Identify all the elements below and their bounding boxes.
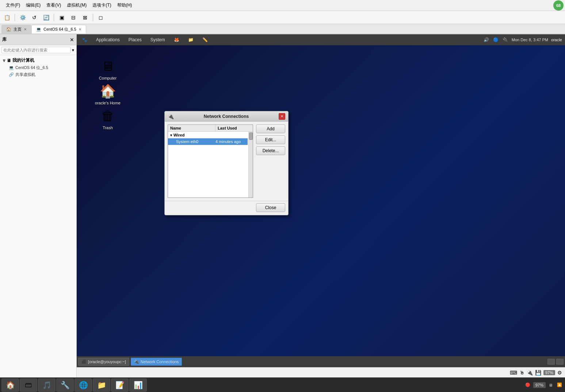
menu-vm[interactable]: 虚拟机(M): [64, 1, 89, 9]
taskbar-terminal[interactable]: ⬛ [oracle@youyoupc:~]: [78, 358, 129, 366]
gnome-applet[interactable]: 🐾: [80, 36, 89, 43]
sys-zoom-percent: 97%: [533, 382, 546, 388]
gnome-volume-icon[interactable]: 🔊: [483, 36, 490, 43]
conn-row-eth0[interactable]: System eth0 4 minutes ago: [168, 138, 248, 145]
toolbar-sep1: [15, 14, 15, 21]
tree-item-centos[interactable]: 💻 CentOS 64 位_6.5: [0, 64, 76, 71]
gnome-network-icon[interactable]: 🔌: [502, 36, 509, 43]
tree-shared-icon: 🔗: [9, 72, 14, 77]
toolbar-new[interactable]: 📋: [1, 12, 12, 23]
gnome-firefox-icon[interactable]: 🦊: [172, 36, 182, 43]
toolbar-refresh[interactable]: 🔄: [41, 12, 51, 23]
toolbar-btn4[interactable]: ◻: [95, 12, 106, 23]
status-keyboard-icon[interactable]: ⌨: [510, 370, 517, 376]
sidebar-close-btn[interactable]: ✕: [70, 37, 74, 43]
tab-centos-close[interactable]: ✕: [79, 27, 81, 31]
menu-help[interactable]: 帮助(H): [114, 1, 135, 9]
vm-area: 🐾 Applications Places System 🦊 📁 ✏️ 🔊 🔵 …: [77, 34, 565, 367]
menu-file[interactable]: 文件(F): [3, 1, 23, 9]
conn-list-scrollbar[interactable]: [248, 132, 253, 197]
dialog-close-x[interactable]: ✕: [279, 113, 285, 120]
status-settings-icon[interactable]: ⚙: [557, 370, 562, 376]
gnome-user: oracle: [551, 38, 562, 42]
menu-edit[interactable]: 编辑(E): [23, 1, 43, 9]
sys-btn-3[interactable]: 🎵: [38, 378, 56, 392]
sys-btn-8[interactable]: 📊: [129, 378, 147, 392]
sys-taskbar: 🏠 🗃 🎵 🔧 🌐 📁 📝 📊 🔴 97% 🖥 🔼: [0, 377, 565, 392]
scrollbar-thumb[interactable]: [249, 132, 253, 140]
desktop-icon-computer[interactable]: 🖥 Computer: [93, 56, 122, 82]
edit-button[interactable]: Edit...: [256, 135, 285, 144]
toolbar-settings[interactable]: ⚙️: [17, 12, 28, 23]
netconn-icon: 🔌: [134, 360, 139, 364]
terminal-label: [oracle@youyoupc:~]: [88, 360, 126, 364]
sys-tray-icon1[interactable]: 🔴: [524, 383, 532, 387]
dialog-title-icon: 🔌: [168, 114, 174, 119]
vbox-badge: 68: [553, 0, 564, 11]
taskbar-workspace2[interactable]: [556, 359, 564, 365]
toolbar-btn2[interactable]: ⊟: [68, 12, 79, 23]
conn-list-area: Name Last Used ▾ Wired: [168, 124, 253, 198]
vbox-toolbar: 📋 ⚙️ ↺ 🔄 ▣ ⊟ ⊠ ◻: [0, 11, 565, 24]
sys-btn-4[interactable]: 🔧: [56, 378, 74, 392]
menu-tab[interactable]: 选项卡(T): [89, 1, 114, 9]
dialog-footer: Close: [165, 201, 288, 215]
sys-tray-icon2[interactable]: 🖥: [547, 383, 554, 387]
status-disk-icon[interactable]: 💾: [535, 370, 541, 376]
sidebar-search-input[interactable]: [1, 47, 70, 53]
sys-btn-1[interactable]: 🏠: [1, 378, 19, 392]
conn-list-header: Name Last Used: [168, 125, 253, 132]
tree-item-mypc[interactable]: ▿ 🖥 我的计算机: [0, 57, 76, 64]
dialog-body: Name Last Used ▾ Wired: [165, 122, 288, 201]
sidebar-search-dropdown[interactable]: ▼: [71, 48, 75, 52]
sys-btn-6[interactable]: 📁: [93, 378, 110, 392]
vbox-status-right: ⌨ 🖱 🔌 💾 97% ⚙: [510, 370, 562, 376]
vbox-sidebar: 库 ✕ ▼ ▿ 🖥 我的计算机 💻 CentOS 64 位_6.5 🔗: [0, 34, 77, 377]
tree-shared-label: 共享虚拟机: [15, 72, 35, 77]
add-button[interactable]: Add: [256, 124, 285, 133]
conn-name-eth0: System eth0: [170, 139, 215, 144]
taskbar-workspace1[interactable]: [547, 359, 555, 365]
gnome-folder-icon[interactable]: 📁: [186, 36, 196, 43]
sys-btn-5[interactable]: 🌐: [75, 378, 92, 392]
gnome-menu-system[interactable]: System: [148, 36, 167, 43]
tree-centos-label: CentOS 64 位_6.5: [15, 65, 48, 70]
vbox-tabs: 🏠 主页 ✕ 💻 CentOS 64 位_6.5 ✕: [0, 24, 565, 34]
vm-area-outer: 🐾 Applications Places System 🦊 📁 ✏️ 🔊 🔵 …: [77, 34, 565, 377]
tab-home-close[interactable]: ✕: [24, 27, 27, 31]
delete-button[interactable]: Delete...: [256, 146, 285, 155]
sys-btn-2[interactable]: 🗃: [20, 378, 37, 392]
tree-pc-icon: 🖥: [7, 58, 11, 63]
toolbar-discard[interactable]: ↺: [29, 12, 40, 23]
status-usb-icon[interactable]: 🔌: [527, 370, 533, 376]
gnome-pencil-icon[interactable]: ✏️: [200, 36, 210, 43]
menu-view[interactable]: 查看(V): [43, 1, 64, 9]
gnome-bluetooth-icon[interactable]: 🔵: [493, 36, 499, 43]
dialog-title: Network Connections: [174, 114, 279, 119]
tab-home-label: 主页: [14, 27, 22, 32]
desktop-icon-trash[interactable]: 🗑 Trash: [93, 106, 122, 131]
tab-centos-icon: 💻: [36, 27, 41, 32]
taskbar-netconn[interactable]: 🔌 Network Connections: [131, 358, 182, 366]
gnome-time: Mon Dec 8, 3:47 PM: [512, 38, 548, 42]
tab-home[interactable]: 🏠 主页 ✕: [1, 25, 31, 34]
network-connections-dialog: 🔌 Network Connections ✕ Name Last Used: [164, 111, 289, 215]
gnome-topbar: 🐾 Applications Places System 🦊 📁 ✏️ 🔊 🔵 …: [77, 34, 565, 45]
conn-lastused-eth0: 4 minutes ago: [215, 139, 245, 144]
gnome-menu-places[interactable]: Places: [126, 36, 144, 43]
status-mouse-icon[interactable]: 🖱: [519, 370, 524, 376]
desktop-icon-home[interactable]: 🏠 oracle's Home: [93, 81, 122, 107]
gnome-taskbar: ⬛ [oracle@youyoupc:~] 🔌 Network Connecti…: [77, 356, 565, 367]
tab-centos[interactable]: 💻 CentOS 64 位_6.5 ✕: [31, 25, 86, 34]
toolbar-btn3[interactable]: ⊠: [80, 12, 91, 23]
sidebar-title: 库: [2, 36, 7, 43]
vbox-menubar: 文件(F) 编辑(E) 查看(V) 虚拟机(M) 选项卡(T) 帮助(H) 68: [0, 0, 565, 11]
conn-category-wired[interactable]: ▾ Wired: [168, 132, 248, 138]
tab-centos-label: CentOS 64 位_6.5: [43, 27, 76, 32]
tree-item-shared[interactable]: 🔗 共享虚拟机: [0, 71, 76, 78]
gnome-menu-applications[interactable]: Applications: [94, 36, 122, 43]
sys-tray-icon3[interactable]: 🔼: [556, 383, 564, 387]
close-dialog-button[interactable]: Close: [256, 203, 285, 212]
sys-btn-7[interactable]: 📝: [111, 378, 129, 392]
toolbar-btn1[interactable]: ▣: [56, 12, 67, 23]
